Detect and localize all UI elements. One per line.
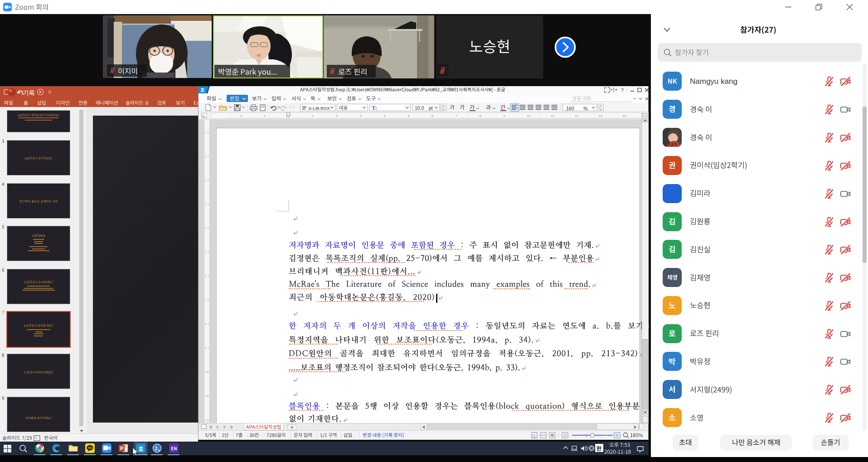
- svg-text:13: 13: [598, 114, 602, 118]
- svg-text:5: 5: [407, 114, 409, 118]
- svg-text:9: 9: [205, 346, 207, 350]
- svg-text:1: 1: [264, 114, 266, 118]
- svg-text:1: 1: [205, 155, 207, 158]
- svg-text:T: T: [375, 107, 378, 111]
- svg-text:5: 5: [205, 251, 207, 254]
- svg-text:0: 0: [205, 131, 207, 134]
- svg-text:TALK: TALK: [88, 447, 94, 449]
- svg-text:3: 3: [205, 203, 207, 206]
- svg-text:2: 2: [155, 446, 158, 451]
- svg-text:7: 7: [456, 114, 457, 118]
- svg-text:12: 12: [205, 418, 209, 422]
- svg-text:?: ?: [621, 88, 624, 93]
- svg-text:10: 10: [527, 114, 530, 118]
- svg-text:10: 10: [205, 370, 209, 374]
- svg-text:4: 4: [383, 114, 385, 118]
- svg-text:7: 7: [205, 299, 207, 302]
- svg-text:2: 2: [240, 114, 242, 118]
- svg-text:6: 6: [432, 114, 433, 118]
- svg-text:8: 8: [205, 322, 207, 326]
- svg-text:P: P: [120, 446, 123, 451]
- svg-text:2: 2: [205, 179, 207, 182]
- svg-text:14: 14: [622, 114, 626, 118]
- svg-text:3: 3: [359, 114, 361, 118]
- svg-text:11: 11: [205, 394, 208, 398]
- svg-text:12: 12: [575, 114, 578, 118]
- svg-text:6: 6: [205, 275, 207, 278]
- svg-text:4: 4: [205, 227, 207, 230]
- svg-text:9: 9: [503, 114, 505, 118]
- svg-text:2: 2: [336, 114, 338, 118]
- svg-text:11: 11: [551, 114, 554, 118]
- svg-text:8: 8: [479, 114, 481, 118]
- svg-text:1: 1: [312, 114, 314, 118]
